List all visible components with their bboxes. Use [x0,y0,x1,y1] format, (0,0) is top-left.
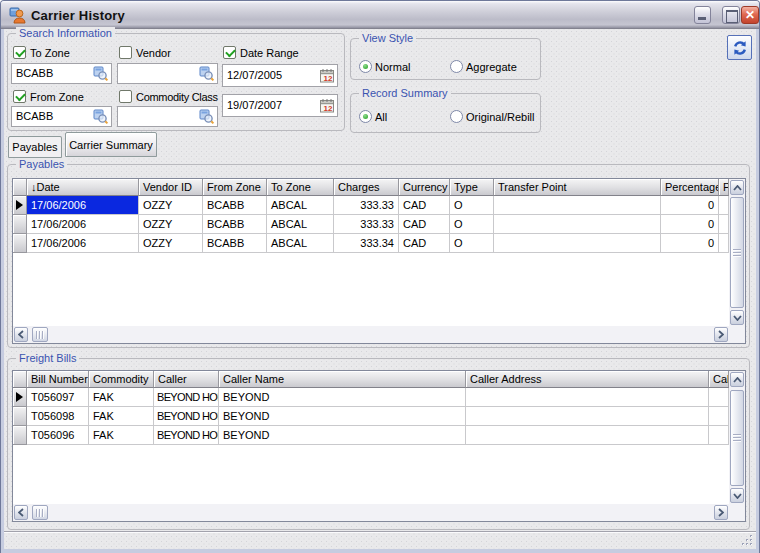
date-range-checkbox[interactable] [223,46,236,59]
payables-row-selector[interactable] [13,234,27,253]
cell-from-zone[interactable]: BCABB [203,234,267,253]
cell-from-zone[interactable]: BCABB [203,215,267,234]
cell-type[interactable]: O [450,196,494,215]
all-radio[interactable] [359,110,372,123]
cell-charges[interactable]: 333.34 [334,234,399,253]
scroll-down-button[interactable] [730,488,744,503]
freight-row[interactable]: T056096 FAK BEYOND HOF BEYOND [13,426,745,445]
close-button[interactable]: ✕ [741,6,759,24]
commodity-class-input[interactable] [117,106,218,127]
maximize-button[interactable] [722,6,740,24]
cell-truncated[interactable] [709,426,729,445]
date-from-calendar-icon[interactable]: 12 [319,68,335,84]
commodity-class-search-icon[interactable] [199,109,215,125]
payables-row[interactable]: 17/06/2006 OZZY BCABB ABCAL 333.33 CAD O… [13,215,745,234]
cell-date[interactable]: 17/06/2006 [27,215,139,234]
freight-col-bill-number[interactable]: Bill Number [27,371,89,388]
scroll-left-button[interactable] [14,327,28,342]
cell-type[interactable]: O [450,215,494,234]
cell-truncated[interactable] [709,388,729,407]
freight-hscrollbar[interactable] [13,504,729,521]
date-from-input[interactable]: 12/07/2005 12 [222,64,338,87]
cell-caller[interactable]: BEYOND HOF [154,407,219,426]
from-zone-input[interactable]: BCABB [11,106,112,127]
cell-date[interactable]: 17/06/2006 [27,196,139,215]
freight-col-caller-name[interactable]: Caller Name [219,371,466,388]
cell-truncated[interactable] [719,234,729,253]
cell-percentage[interactable]: 0 [661,234,719,253]
cell-bill-number[interactable]: T056097 [27,388,89,407]
cell-caller-address[interactable] [466,426,709,445]
cell-from-zone[interactable]: BCABB [203,196,267,215]
cell-transfer-point[interactable] [494,234,661,253]
cell-bill-number[interactable]: T056096 [27,426,89,445]
cell-bill-number[interactable]: T056098 [27,407,89,426]
payables-row-selector[interactable] [13,215,27,234]
freight-row[interactable]: T056098 FAK BEYOND HOF BEYOND [13,407,745,426]
cell-caller-address[interactable] [466,388,709,407]
date-to-input[interactable]: 19/07/2007 12 [222,94,338,117]
payables-col-transfer-point[interactable]: Transfer Point [494,179,661,196]
cell-caller[interactable]: BEYOND HOF [154,426,219,445]
freight-vscrollbar[interactable] [729,371,745,504]
original-rebill-radio[interactable] [450,110,463,123]
cell-percentage[interactable]: 0 [661,215,719,234]
cell-caller[interactable]: BEYOND HOF [154,388,219,407]
payables-row[interactable]: 17/06/2006 OZZY BCABB ABCAL 333.34 CAD O… [13,234,745,253]
cell-vendor-id[interactable]: OZZY [139,196,203,215]
tab-payables[interactable]: Payables [8,136,62,158]
cell-caller-name[interactable]: BEYOND [219,407,466,426]
cell-percentage[interactable]: 0 [661,196,719,215]
cell-to-zone[interactable]: ABCAL [267,196,334,215]
payables-vscrollbar[interactable] [729,179,745,326]
cell-charges[interactable]: 333.33 [334,215,399,234]
normal-radio[interactable] [359,60,372,73]
payables-col-type[interactable]: Type [450,179,494,196]
cell-vendor-id[interactable]: OZZY [139,215,203,234]
cell-commodity[interactable]: FAK [89,388,154,407]
payables-col-to-zone[interactable]: To Zone [267,179,334,196]
scroll-up-button[interactable] [730,372,744,387]
payables-col-charges[interactable]: Charges [334,179,399,196]
cell-type[interactable]: O [450,234,494,253]
cell-commodity[interactable]: FAK [89,426,154,445]
cell-transfer-point[interactable] [494,196,661,215]
payables-col-currency[interactable]: Currency [399,179,450,196]
payables-col-date[interactable]: ↓Date [27,179,139,196]
tab-carrier-summary[interactable]: Carrier Summary [65,132,157,157]
to-zone-search-icon[interactable] [93,66,109,82]
vendor-input[interactable] [117,63,218,84]
cell-to-zone[interactable]: ABCAL [267,234,334,253]
cell-caller-name[interactable]: BEYOND [219,388,466,407]
title-bar[interactable]: Carrier History ✕ [1,1,759,29]
cell-truncated[interactable] [709,407,729,426]
aggregate-radio[interactable] [450,60,463,73]
cell-commodity[interactable]: FAK [89,407,154,426]
refresh-button[interactable] [727,35,752,60]
scroll-left-button[interactable] [14,505,28,520]
resize-grip[interactable] [740,533,754,547]
payables-col-truncated[interactable]: P [719,179,729,196]
cell-currency[interactable]: CAD [399,196,450,215]
cell-vendor-id[interactable]: OZZY [139,234,203,253]
payables-col-percentage[interactable]: Percentage [661,179,719,196]
cell-truncated[interactable] [719,196,729,215]
date-to-calendar-icon[interactable]: 12 [319,98,335,114]
payables-col-vendor-id[interactable]: Vendor ID [139,179,203,196]
scroll-right-button[interactable] [714,327,728,342]
cell-truncated[interactable] [719,215,729,234]
scroll-right-button[interactable] [714,505,728,520]
hscroll-thumb[interactable] [32,327,48,342]
vscroll-thumb[interactable] [730,390,744,486]
freight-row[interactable]: T056097 FAK BEYOND HOF BEYOND [13,388,745,407]
cell-transfer-point[interactable] [494,215,661,234]
cell-caller-name[interactable]: BEYOND [219,426,466,445]
freight-row-selector[interactable] [13,407,27,426]
freight-col-commodity[interactable]: Commodity [89,371,154,388]
commodity-class-checkbox[interactable] [119,90,132,103]
freight-col-caller[interactable]: Caller [154,371,219,388]
hscroll-thumb[interactable] [32,505,48,520]
vendor-search-icon[interactable] [199,66,215,82]
vscroll-thumb[interactable] [730,197,744,308]
freight-row-selector[interactable] [13,388,27,407]
